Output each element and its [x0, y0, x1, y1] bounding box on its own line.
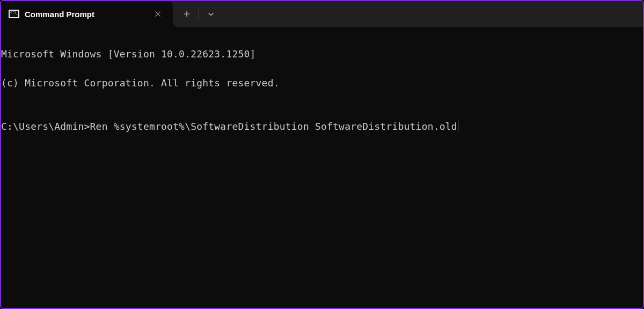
close-icon	[155, 11, 161, 17]
text-cursor	[458, 121, 458, 132]
output-line: (c) Microsoft Corporation. All rights re…	[1, 76, 643, 90]
titlebar-actions	[173, 1, 222, 27]
command-input[interactable]: Ren %systemroot%\SoftwareDistribution So…	[90, 119, 457, 134]
title-bar: Command Prompt	[1, 1, 643, 27]
new-tab-button[interactable]	[176, 1, 197, 27]
tab-title: Command Prompt	[25, 10, 145, 19]
divider	[199, 8, 199, 20]
terminal-output[interactable]: Microsoft Windows [Version 10.0.22623.12…	[1, 27, 643, 308]
tab-dropdown-button[interactable]	[200, 1, 222, 27]
plus-icon	[183, 10, 191, 18]
tab-command-prompt[interactable]: Command Prompt	[1, 1, 173, 27]
tab-close-button[interactable]	[150, 6, 165, 21]
chevron-down-icon	[207, 10, 215, 18]
output-line: Microsoft Windows [Version 10.0.22623.12…	[1, 47, 643, 61]
command-prompt-icon	[9, 10, 19, 18]
prompt-path: C:\Users\Admin>	[1, 119, 90, 134]
prompt-line: C:\Users\Admin>Ren %systemroot%\Software…	[1, 119, 643, 134]
